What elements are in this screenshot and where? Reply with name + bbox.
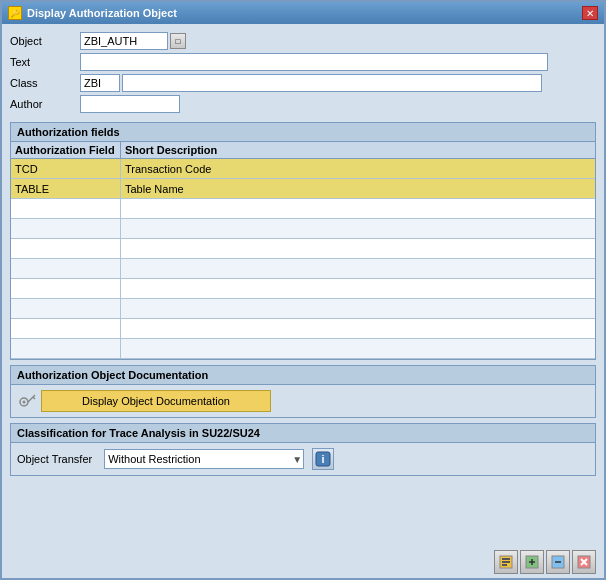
cell-desc-1: Table Name [121, 179, 595, 198]
col-auth-field: Authorization Field [11, 142, 121, 158]
table-body: TCD Transaction Code TABLE Table Name [11, 159, 595, 359]
class-input[interactable] [80, 74, 120, 92]
toolbar-btn-4[interactable] [572, 550, 596, 574]
class-desc-input[interactable] [122, 74, 542, 92]
table-row[interactable] [11, 299, 595, 319]
empty-cell [11, 239, 121, 258]
object-row: □ [80, 32, 596, 50]
main-content: Object □ Text Class Author [2, 24, 604, 546]
cell-desc-0: Transaction Code [121, 159, 595, 178]
author-label: Author [10, 98, 80, 110]
empty-cell [11, 339, 121, 358]
table-row[interactable] [11, 319, 595, 339]
text-input[interactable] [80, 53, 548, 71]
object-transfer-dropdown[interactable]: Without Restriction With Restriction Not… [104, 449, 304, 469]
table-row[interactable] [11, 239, 595, 259]
empty-cell [121, 319, 595, 338]
svg-line-2 [33, 397, 35, 399]
dropdown-wrapper: Without Restriction With Restriction Not… [104, 449, 304, 469]
empty-cell [121, 219, 595, 238]
text-row [80, 53, 596, 71]
auth-fields-table: Authorization Field Short Description TC… [11, 142, 595, 359]
classification-section: Classification for Trace Analysis in SU2… [10, 423, 596, 476]
table-header: Authorization Field Short Description [11, 142, 595, 159]
table-row[interactable] [11, 339, 595, 359]
col-short-desc: Short Description [121, 142, 595, 158]
toolbar-btn-3[interactable] [546, 550, 570, 574]
svg-rect-9 [502, 564, 507, 566]
toolbar-btn-1[interactable] [494, 550, 518, 574]
close-button[interactable]: ✕ [582, 6, 598, 20]
doc-header: Authorization Object Documentation [11, 366, 595, 385]
title-bar-left: 🔑 Display Authorization Object [8, 6, 177, 20]
main-window: 🔑 Display Authorization Object ✕ Object … [0, 0, 606, 580]
documentation-section: Authorization Object Documentation Displ… [10, 365, 596, 418]
class-label: Class [10, 77, 80, 89]
classification-row: Object Transfer Without Restriction With… [11, 443, 595, 475]
table-row[interactable]: TABLE Table Name [11, 179, 595, 199]
empty-cell [11, 299, 121, 318]
display-doc-button[interactable]: Display Object Documentation [41, 390, 271, 412]
empty-cell [121, 299, 595, 318]
author-input[interactable] [80, 95, 180, 113]
svg-rect-8 [502, 561, 510, 563]
svg-rect-7 [502, 558, 510, 560]
window-title: Display Authorization Object [27, 7, 177, 19]
empty-cell [11, 219, 121, 238]
table-row[interactable] [11, 279, 595, 299]
author-row [80, 95, 596, 113]
empty-cell [121, 199, 595, 218]
auth-fields-section: Authorization fields Authorization Field… [10, 122, 596, 360]
info-button[interactable]: i [312, 448, 334, 470]
svg-point-3 [23, 401, 26, 404]
cell-field-1: TABLE [11, 179, 121, 198]
table-row[interactable] [11, 259, 595, 279]
empty-cell [11, 259, 121, 278]
object-search-button[interactable]: □ [170, 33, 186, 49]
object-label: Object [10, 35, 80, 47]
object-transfer-label: Object Transfer [17, 453, 96, 465]
classification-header: Classification for Trace Analysis in SU2… [11, 424, 595, 443]
auth-fields-header: Authorization fields [11, 123, 595, 142]
table-row[interactable] [11, 199, 595, 219]
table-row[interactable]: TCD Transaction Code [11, 159, 595, 179]
svg-text:i: i [322, 453, 325, 465]
form-section: Object □ Text Class Author [10, 32, 596, 113]
class-row [80, 74, 596, 92]
toolbar-btn-2[interactable] [520, 550, 544, 574]
bottom-toolbar [2, 546, 604, 578]
cell-field-0: TCD [11, 159, 121, 178]
doc-button-row: Display Object Documentation [11, 385, 595, 417]
window-icon: 🔑 [8, 6, 22, 20]
empty-cell [11, 279, 121, 298]
empty-cell [121, 259, 595, 278]
empty-cell [11, 199, 121, 218]
empty-cell [121, 239, 595, 258]
empty-cell [121, 339, 595, 358]
title-bar: 🔑 Display Authorization Object ✕ [2, 2, 604, 24]
doc-key-icon [17, 391, 37, 411]
empty-cell [121, 279, 595, 298]
empty-cell [11, 319, 121, 338]
text-label: Text [10, 56, 80, 68]
table-row[interactable] [11, 219, 595, 239]
object-input[interactable] [80, 32, 168, 50]
